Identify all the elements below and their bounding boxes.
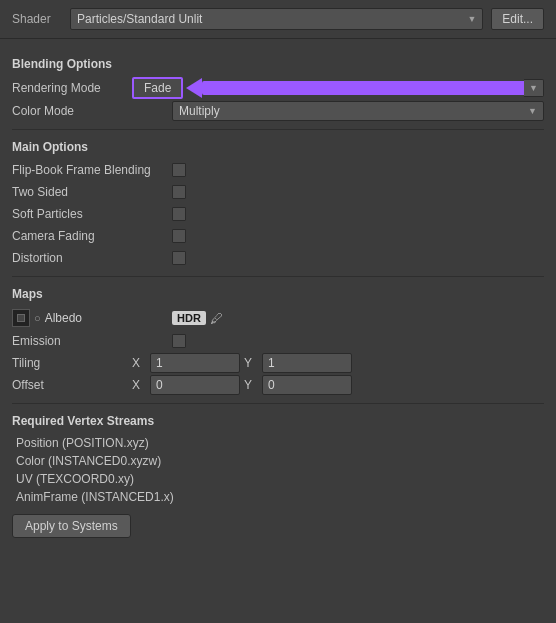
offset-row: Offset X Y bbox=[12, 375, 544, 395]
offset-label: Offset bbox=[12, 378, 132, 392]
camera-fading-checkbox[interactable] bbox=[172, 229, 186, 243]
distortion-row: Distortion bbox=[12, 248, 544, 268]
offset-x-label: X bbox=[132, 378, 146, 392]
distortion-checkbox[interactable] bbox=[172, 251, 186, 265]
tiling-x-input[interactable] bbox=[150, 353, 240, 373]
divider-1 bbox=[12, 129, 544, 130]
color-mode-row: Color Mode Multiply ▼ bbox=[12, 101, 544, 121]
camera-fading-label: Camera Fading bbox=[12, 229, 172, 243]
vertex-item-0: Position (POSITION.xyz) bbox=[12, 434, 544, 452]
soft-particles-label: Soft Particles bbox=[12, 207, 172, 221]
vertex-item-2: UV (TEXCOORD0.xy) bbox=[12, 470, 544, 488]
color-mode-value-container: Multiply ▼ bbox=[172, 101, 544, 121]
two-sided-label: Two Sided bbox=[12, 185, 172, 199]
albedo-right: HDR 🖊 bbox=[172, 311, 223, 326]
tiling-row: Tiling X Y bbox=[12, 353, 544, 373]
shader-value: Particles/Standard Unlit bbox=[77, 12, 202, 26]
emission-checkbox[interactable] bbox=[172, 334, 186, 348]
albedo-label: Albedo bbox=[45, 311, 82, 325]
emission-label: Emission bbox=[12, 334, 172, 348]
albedo-left: ○ Albedo bbox=[12, 309, 172, 327]
camera-fading-row: Camera Fading bbox=[12, 226, 544, 246]
flip-book-checkbox[interactable] bbox=[172, 163, 186, 177]
shader-dropdown[interactable]: Particles/Standard Unlit ▼ bbox=[70, 8, 483, 30]
vertex-item-3: AnimFrame (INSTANCED1.x) bbox=[12, 488, 544, 506]
vertex-item-1: Color (INSTANCED0.xyzw) bbox=[12, 452, 544, 470]
albedo-row: ○ Albedo HDR 🖊 bbox=[12, 307, 544, 329]
distortion-label: Distortion bbox=[12, 251, 172, 265]
arrow-annotation bbox=[187, 78, 524, 98]
color-mode-value: Multiply bbox=[179, 104, 220, 118]
albedo-texture-thumb[interactable] bbox=[12, 309, 30, 327]
content-area: Blending Options Rendering Mode Fade ▼ C… bbox=[0, 39, 556, 546]
tiling-y-input[interactable] bbox=[262, 353, 352, 373]
offset-x-input[interactable] bbox=[150, 375, 240, 395]
color-mode-dropdown[interactable]: Multiply ▼ bbox=[172, 101, 544, 121]
maps-header: Maps bbox=[12, 287, 544, 301]
rendering-mode-label: Rendering Mode bbox=[12, 81, 132, 95]
panel: Shader Particles/Standard Unlit ▼ Edit..… bbox=[0, 0, 556, 623]
divider-3 bbox=[12, 403, 544, 404]
tiling-x-label: X bbox=[132, 356, 146, 370]
color-mode-label: Color Mode bbox=[12, 104, 172, 118]
tiling-fields: X Y bbox=[132, 353, 544, 373]
eyedropper-icon[interactable]: 🖊 bbox=[210, 311, 223, 326]
tiling-y-label: Y bbox=[244, 356, 258, 370]
arrow-shaft bbox=[202, 81, 524, 95]
shader-row: Shader Particles/Standard Unlit ▼ Edit..… bbox=[0, 0, 556, 39]
offset-y-label: Y bbox=[244, 378, 258, 392]
shader-dropdown-arrow: ▼ bbox=[467, 14, 476, 24]
tiling-label: Tiling bbox=[12, 356, 132, 370]
rendering-mode-right: Fade ▼ bbox=[132, 77, 544, 99]
texture-thumb-inner bbox=[17, 314, 25, 322]
soft-particles-checkbox[interactable] bbox=[172, 207, 186, 221]
rendering-mode-row: Rendering Mode Fade ▼ bbox=[12, 77, 544, 99]
blending-options-header: Blending Options bbox=[12, 57, 544, 71]
shader-label: Shader bbox=[12, 12, 62, 26]
offset-y-input[interactable] bbox=[262, 375, 352, 395]
color-mode-arrow: ▼ bbox=[528, 106, 537, 116]
main-options-header: Main Options bbox=[12, 140, 544, 154]
soft-particles-row: Soft Particles bbox=[12, 204, 544, 224]
flip-book-label: Flip-Book Frame Blending bbox=[12, 163, 172, 177]
vertex-streams-header: Required Vertex Streams bbox=[12, 414, 544, 428]
two-sided-checkbox[interactable] bbox=[172, 185, 186, 199]
emission-row: Emission bbox=[12, 331, 544, 351]
rendering-mode-dropdown-arrow[interactable]: ▼ bbox=[524, 79, 544, 97]
arrow-head bbox=[186, 78, 202, 98]
offset-fields: X Y bbox=[132, 375, 544, 395]
fade-value[interactable]: Fade bbox=[132, 77, 183, 99]
two-sided-row: Two Sided bbox=[12, 182, 544, 202]
hdr-badge: HDR bbox=[172, 311, 206, 325]
flip-book-row: Flip-Book Frame Blending bbox=[12, 160, 544, 180]
apply-to-systems-button[interactable]: Apply to Systems bbox=[12, 514, 131, 538]
shader-edit-button[interactable]: Edit... bbox=[491, 8, 544, 30]
divider-2 bbox=[12, 276, 544, 277]
albedo-circle-icon: ○ bbox=[34, 312, 41, 324]
